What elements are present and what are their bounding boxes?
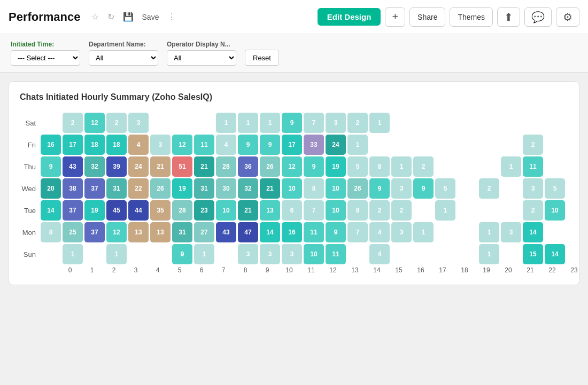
heatmap-cell[interactable]: 8 (347, 200, 368, 221)
heatmap-cell[interactable]: 31 (106, 178, 127, 199)
heatmap-cell[interactable]: 13 (150, 222, 171, 242)
heatmap-cell[interactable]: 15 (523, 244, 543, 264)
heatmap-cell[interactable]: 24 (128, 156, 149, 177)
heatmap-cell[interactable]: 19 (326, 156, 346, 177)
heatmap-cell[interactable]: 8 (304, 178, 324, 199)
heatmap-cell[interactable]: 31 (194, 178, 214, 199)
heatmap-cell[interactable]: 2 (369, 200, 390, 221)
heatmap-cell[interactable] (523, 113, 543, 133)
heatmap-cell[interactable]: 2 (523, 135, 543, 155)
heatmap-cell[interactable]: 1 (106, 244, 127, 264)
heatmap-cell[interactable]: 3 (326, 113, 346, 133)
department-select[interactable]: All (89, 50, 158, 66)
heatmap-cell[interactable]: 32 (238, 178, 258, 199)
settings-button[interactable]: ⚙ (556, 7, 579, 27)
heatmap-cell[interactable]: 37 (63, 200, 83, 221)
heatmap-cell[interactable]: 16 (41, 135, 61, 155)
heatmap-cell[interactable]: 37 (84, 222, 105, 242)
heatmap-cell[interactable] (545, 222, 565, 242)
heatmap-cell[interactable] (457, 113, 477, 133)
heatmap-cell[interactable]: 26 (150, 178, 171, 199)
reset-button[interactable]: Reset (245, 50, 279, 66)
heatmap-cell[interactable]: 19 (84, 200, 105, 221)
heatmap-cell[interactable]: 3 (391, 178, 412, 199)
heatmap-cell[interactable]: 14 (523, 222, 543, 242)
heatmap-cell[interactable]: 25 (63, 222, 83, 242)
heatmap-cell[interactable]: 11 (326, 244, 346, 264)
heatmap-cell[interactable]: 13 (260, 200, 280, 221)
comment-button[interactable]: 💬 (524, 7, 552, 27)
star-icon[interactable]: ☆ (89, 10, 101, 24)
heatmap-cell[interactable] (501, 244, 521, 264)
heatmap-cell[interactable] (216, 244, 236, 264)
heatmap-cell[interactable]: 4 (369, 244, 390, 264)
heatmap-cell[interactable]: 1 (391, 156, 412, 177)
heatmap-cell[interactable]: 10 (304, 244, 324, 264)
heatmap-cell[interactable]: 4 (128, 135, 149, 155)
heatmap-cell[interactable] (413, 113, 434, 133)
edit-design-button[interactable]: Edit Design (318, 8, 381, 26)
more-icon[interactable]: ⋮ (165, 10, 178, 24)
heatmap-cell[interactable]: 9 (238, 135, 258, 155)
heatmap-cell[interactable]: 11 (304, 222, 324, 242)
heatmap-cell[interactable]: 2 (479, 178, 499, 199)
heatmap-cell[interactable]: 10 (326, 178, 346, 199)
heatmap-cell[interactable]: 4 (369, 222, 390, 242)
heatmap-cell[interactable]: 43 (216, 222, 236, 242)
heatmap-cell[interactable] (369, 135, 390, 155)
heatmap-cell[interactable]: 1 (238, 113, 258, 133)
heatmap-cell[interactable]: 12 (84, 113, 105, 133)
heatmap-cell[interactable]: 7 (304, 113, 324, 133)
heatmap-cell[interactable]: 5 (545, 178, 565, 199)
heatmap-cell[interactable]: 2 (63, 113, 83, 133)
heatmap-cell[interactable]: 18 (106, 135, 127, 155)
heatmap-cell[interactable]: 1 (369, 113, 390, 133)
heatmap-cell[interactable]: 43 (63, 156, 83, 177)
heatmap-cell[interactable]: 3 (150, 135, 171, 155)
heatmap-cell[interactable]: 7 (347, 222, 368, 242)
heatmap-cell[interactable]: 1 (479, 222, 499, 242)
share-button[interactable]: Share (409, 7, 445, 27)
heatmap-cell[interactable]: 21 (238, 200, 258, 221)
heatmap-cell[interactable] (435, 222, 455, 242)
heatmap-cell[interactable]: 12 (172, 135, 192, 155)
heatmap-cell[interactable] (413, 244, 434, 264)
heatmap-cell[interactable]: 24 (326, 135, 346, 155)
heatmap-cell[interactable]: 1 (435, 200, 455, 221)
heatmap-cell[interactable] (391, 113, 412, 133)
heatmap-cell[interactable] (457, 156, 477, 177)
heatmap-cell[interactable]: 18 (84, 135, 105, 155)
heatmap-cell[interactable]: 21 (260, 178, 280, 199)
heatmap-cell[interactable]: 9 (282, 113, 302, 133)
heatmap-cell[interactable]: 1 (501, 156, 521, 177)
heatmap-cell[interactable] (457, 178, 477, 199)
heatmap-cell[interactable]: 36 (238, 156, 258, 177)
heatmap-cell[interactable]: 6 (282, 200, 302, 221)
heatmap-cell[interactable]: 28 (172, 200, 192, 221)
heatmap-cell[interactable] (435, 135, 455, 155)
heatmap-cell[interactable]: 1 (413, 222, 434, 242)
heatmap-cell[interactable]: 11 (523, 156, 543, 177)
heatmap-cell[interactable]: 26 (260, 156, 280, 177)
heatmap-cell[interactable]: 2 (523, 200, 543, 221)
heatmap-cell[interactable]: 1 (260, 113, 280, 133)
heatmap-cell[interactable] (457, 244, 477, 264)
heatmap-cell[interactable] (150, 244, 171, 264)
heatmap-cell[interactable]: 2 (413, 156, 434, 177)
heatmap-cell[interactable]: 17 (282, 135, 302, 155)
heatmap-cell[interactable]: 1 (63, 244, 83, 264)
heatmap-cell[interactable]: 2 (106, 113, 127, 133)
heatmap-cell[interactable]: 31 (172, 222, 192, 242)
heatmap-cell[interactable] (194, 113, 214, 133)
heatmap-cell[interactable]: 7 (304, 200, 324, 221)
heatmap-cell[interactable] (479, 135, 499, 155)
heatmap-cell[interactable]: 23 (194, 200, 214, 221)
heatmap-cell[interactable] (479, 200, 499, 221)
heatmap-cell[interactable]: 14 (260, 222, 280, 242)
heatmap-cell[interactable]: 9 (41, 156, 61, 177)
heatmap-cell[interactable]: 10 (545, 200, 565, 221)
heatmap-cell[interactable]: 2 (391, 200, 412, 221)
heatmap-cell[interactable]: 28 (216, 156, 236, 177)
heatmap-cell[interactable] (435, 156, 455, 177)
themes-button[interactable]: Themes (450, 7, 493, 27)
